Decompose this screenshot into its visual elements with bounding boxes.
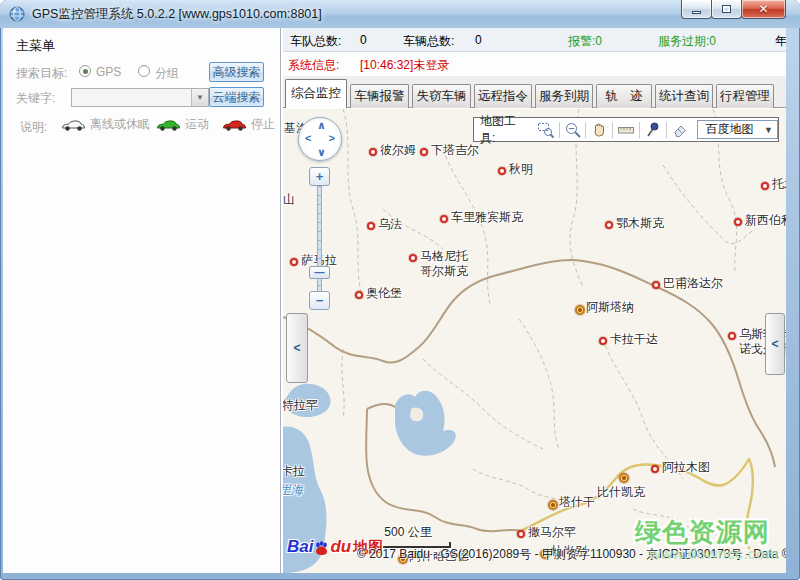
app-window: GPS监控管理系统 5.0.2.2 [www.gps1010.com:8801]… [0,0,800,580]
clipped-stat-text: 年 [775,33,786,50]
map-label-text: 塔什干 [559,495,595,510]
map-canvas[interactable]: ∧ ∨ < > + — − 地图工具: [283,109,786,573]
legend-item-offline: 离线或休眠 [61,116,150,133]
car-moving-icon [156,118,181,132]
system-info-message: [10:46:32]未登录 [360,57,449,74]
tab-service-due[interactable]: 服务到期 [535,84,593,108]
pan-left-icon[interactable]: < [305,132,311,144]
app-globe-icon [9,6,25,22]
map-label-text: 卡拉干达 [610,332,658,347]
city-marker-icon [517,530,525,538]
marquee-zoom-icon[interactable] [534,120,558,139]
window-title: GPS监控管理系统 5.0.2.2 [www.gps1010.com:8801] [32,6,322,23]
minimize-button[interactable] [681,0,712,19]
city-marker-icon [652,281,660,289]
service-expired-label: 服务过期:0 [658,33,716,50]
city-marker-icon [599,337,607,345]
legend-item-moving: 运动 [156,116,209,133]
legend-row: 说明: 离线或休眠 运动 [3,116,281,136]
city-marker-icon [367,222,375,230]
map-provider-value: 百度地图 [706,122,754,136]
zoom-slider-handle[interactable]: — [309,266,330,279]
legend-text-offline: 离线或休眠 [90,116,150,133]
map-label-text: 撒马尔罕 [528,525,576,540]
alarm-label: 报警:0 [568,33,602,50]
capital-marker-icon [619,473,629,483]
tab-remote-command[interactable]: 远程指令 [474,84,532,108]
pan-down-icon[interactable]: ∨ [317,146,326,159]
baidu-logo-bai: Bai [287,537,313,557]
radio-gps-label: GPS [96,65,121,79]
tab-stolen-vehicle[interactable]: 失窃车辆 [412,84,471,108]
radio-gps[interactable] [79,65,91,77]
close-button[interactable]: ✕ [741,0,786,19]
cloud-search-button[interactable]: 云端搜索 [209,87,264,107]
map-label-text: 鄂木斯克 [616,216,664,231]
baidu-logo-du: du [330,537,351,557]
push-pin-icon[interactable] [641,120,665,139]
vehicle-total-value: 0 [475,33,482,47]
legend-text-moving: 运动 [185,116,209,133]
map-pan-control[interactable]: ∧ ∨ < > [298,117,342,161]
content-area: 车队总数: 0 车辆总数: 0 报警:0 服务过期:0 年 系统信息: [10:… [283,28,786,573]
map-tools-label: 地图工具: [480,113,531,147]
car-stopped-icon [222,118,247,132]
map-label-text: 马哈奇卡拉 [283,464,305,479]
city-marker-icon [420,148,428,156]
map-label-text: 阿斯塔纳 [586,300,634,315]
maximize-button[interactable] [711,0,742,19]
city-marker-icon [355,291,363,299]
window-controls: ✕ [682,0,786,19]
advanced-search-button[interactable]: 高级搜索 [209,62,264,82]
map-terrain [283,109,786,573]
tab-track[interactable]: 轨 迹 [596,84,652,108]
city-marker-icon [369,148,377,156]
map-label-text: 阿拉木图 [662,460,710,475]
zoom-out-button[interactable]: − [309,291,330,310]
keyword-combobox[interactable]: ▼ [71,88,209,107]
collapse-right-panel-button[interactable]: < [765,313,785,375]
city-marker-icon [728,332,736,340]
map-label-text: 秋明 [509,162,533,177]
zoom-in-button[interactable]: + [309,167,330,186]
legend-text-stopped: 停止 [251,116,275,133]
main-menu-title: 主菜单 [16,37,55,55]
map-label-text: 马格尼托哥尔斯克 [420,249,468,279]
map-label-text: 彼尔姆 [380,143,416,158]
chevron-down-icon[interactable]: ▼ [191,89,208,106]
eraser-icon[interactable] [668,120,692,139]
stats-bar: 车队总数: 0 车辆总数: 0 报警:0 服务过期:0 年 [283,28,786,52]
title-bar[interactable]: GPS监控管理系统 5.0.2.2 [www.gps1010.com:8801]… [0,0,800,28]
city-marker-icon [605,221,613,229]
keyword-label: 关键字: [16,90,55,107]
map-label-text: 比什凯克 [597,485,645,500]
collapse-left-panel-button[interactable]: < [286,313,308,383]
tab-statistics[interactable]: 统计查询 [655,84,713,108]
tab-vehicle-alarm[interactable]: 车辆报警 [350,84,409,108]
vehicle-total-label: 车辆总数: [403,33,454,50]
zoom-out-tool-icon[interactable] [561,120,585,139]
watermark-site-url: www.downcc.com [649,545,778,562]
pan-hand-icon[interactable] [587,120,611,139]
search-target-label: 搜索目标: [16,65,67,82]
map-provider-dropdown[interactable]: 百度地图 ▼ [697,120,778,139]
capital-marker-icon [548,500,558,510]
minimize-icon [692,11,701,14]
city-marker-icon [761,182,769,190]
tab-trip-management[interactable]: 行程管理 [716,84,774,108]
pan-up-icon[interactable]: ∧ [317,119,326,132]
app-body: 主菜单 搜索目标: GPS 分组 高级搜索 关键字: ▼ 云端搜索 说明: 离线… [3,28,786,573]
city-marker-icon [498,167,506,175]
system-info-bar: 系统信息: [10:46:32]未登录 [283,53,786,76]
city-marker-icon [409,254,417,262]
map-toolbar: 地图工具: [473,117,779,142]
close-icon: ✕ [758,2,768,16]
pan-right-icon[interactable]: > [329,132,335,144]
tab-monitor[interactable]: 综合监控 [285,79,347,108]
tab-strip: 综合监控 车辆报警 失窃车辆 远程指令 服务到期 轨 迹 统计查询 行程管理 [283,76,786,108]
ruler-icon[interactable] [614,120,638,139]
maximize-icon [722,5,731,13]
map-label-text: 阿斯特拉罕 [283,398,318,413]
radio-group[interactable] [138,65,150,77]
city-marker-icon [440,215,448,223]
